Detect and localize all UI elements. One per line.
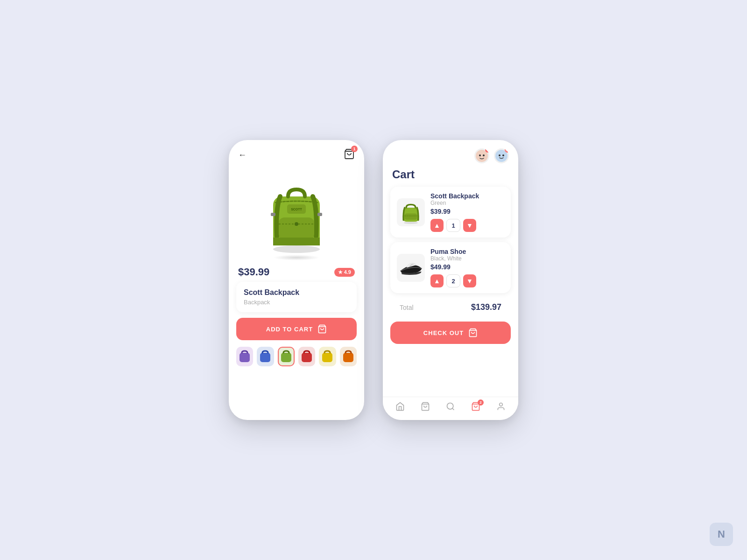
back-button[interactable]: ← xyxy=(238,150,247,160)
thumb-icon-purple xyxy=(237,349,252,364)
svg-line-34 xyxy=(452,408,454,410)
thumb-icon-green xyxy=(279,349,294,364)
shoe-qty-decrease[interactable]: ▼ xyxy=(463,274,476,287)
product-name: Scott Backpack xyxy=(244,288,349,297)
svg-rect-13 xyxy=(260,353,270,362)
cart-badge: 1 xyxy=(351,146,358,152)
thumb-green[interactable] xyxy=(278,347,295,366)
rating-badge: ★ 4.9 xyxy=(334,268,355,277)
cart-item-shoe-name: Puma Shoe xyxy=(430,248,504,255)
product-detail-header: ← 1 xyxy=(229,140,364,166)
cart-item-shoe-thumb xyxy=(397,254,425,282)
add-to-cart-button[interactable]: ADD TO CART xyxy=(236,318,357,340)
cart-icon-button[interactable]: 1 xyxy=(344,148,355,161)
thumb-icon-orange xyxy=(341,349,356,364)
svg-point-5 xyxy=(295,222,298,226)
rating-value: ★ 4.9 xyxy=(338,269,351,275)
backpack-qty-decrease[interactable]: ▼ xyxy=(463,219,476,232)
avatar-button-1[interactable]: 1 xyxy=(474,148,489,163)
cart-nav-badge: 2 xyxy=(478,399,484,406)
svg-point-19 xyxy=(479,154,481,156)
svg-rect-9 xyxy=(317,213,322,216)
total-label: Total xyxy=(400,304,414,311)
cart-phone: 1 9+ Cart xyxy=(383,140,518,420)
total-value: $139.97 xyxy=(471,302,501,312)
cart-backpack-icon xyxy=(399,201,423,224)
svg-rect-3 xyxy=(279,217,314,240)
avatar-badge-1: 1 xyxy=(485,148,489,153)
avatar-badge-2: 9+ xyxy=(505,148,509,153)
product-detail-phone: ← 1 xyxy=(229,140,364,420)
product-category: Backpack xyxy=(244,299,349,306)
backpack-qty-controls: ▲ 1 ▼ xyxy=(430,219,504,232)
profile-icon xyxy=(496,402,506,411)
cart-header: 1 9+ xyxy=(383,140,518,168)
shoe-qty-controls: ▲ 2 ▼ xyxy=(430,274,504,287)
checkout-cart-icon xyxy=(468,328,478,337)
thumb-purple[interactable] xyxy=(236,347,253,366)
svg-line-30 xyxy=(411,264,413,265)
thumb-blue[interactable] xyxy=(257,347,274,366)
bag-icon xyxy=(421,402,430,411)
svg-rect-8 xyxy=(271,213,275,216)
search-icon xyxy=(446,402,455,411)
checkout-button[interactable]: CHECK OUT xyxy=(390,322,511,344)
nav-home[interactable] xyxy=(395,402,405,413)
shoe-qty-value: 2 xyxy=(446,274,460,287)
cart-item-backpack-name: Scott Backpack xyxy=(430,192,504,200)
home-icon xyxy=(395,402,405,411)
backpack-qty-increase[interactable]: ▲ xyxy=(430,219,444,232)
product-info-card: Scott Backpack Backpack xyxy=(236,282,357,312)
checkout-label: CHECK OUT xyxy=(423,329,464,336)
avatar-button-2[interactable]: 9+ xyxy=(494,148,509,163)
svg-rect-26 xyxy=(405,213,417,219)
price-rating-row: $39.99 ★ 4.9 xyxy=(229,260,364,282)
total-row: Total $139.97 xyxy=(390,298,511,317)
phones-container: ← 1 xyxy=(229,140,518,420)
svg-point-23 xyxy=(502,154,504,156)
thumb-icon-yellow xyxy=(320,349,335,364)
thumb-red[interactable] xyxy=(298,347,315,366)
svg-text:SCOTT: SCOTT xyxy=(291,208,302,211)
thumb-orange[interactable] xyxy=(340,347,357,366)
svg-rect-12 xyxy=(240,353,250,362)
cart-item-shoe: Puma Shoe Black, White $49.99 ▲ 2 ▼ xyxy=(390,242,511,293)
product-price: $39.99 xyxy=(238,266,269,278)
nav-bag[interactable] xyxy=(421,402,430,413)
svg-point-1 xyxy=(273,245,320,253)
cart-item-shoe-info: Puma Shoe Black, White $49.99 ▲ 2 ▼ xyxy=(430,248,504,287)
thumb-icon-red xyxy=(299,349,314,364)
cart-item-shoe-price: $49.99 xyxy=(430,263,504,271)
backpack-svg: SCOTT xyxy=(259,171,334,255)
cart-item-shoe-color: Black, White xyxy=(430,255,504,262)
cart-content: 1 9+ Cart xyxy=(383,140,518,420)
nav-profile[interactable] xyxy=(496,402,506,413)
svg-point-36 xyxy=(500,403,503,406)
product-image-area: SCOTT xyxy=(229,166,364,259)
svg-point-33 xyxy=(447,403,453,409)
thumb-yellow[interactable] xyxy=(319,347,336,366)
cart-shoe-icon xyxy=(398,255,424,280)
svg-point-24 xyxy=(404,222,418,224)
cart-title: Cart xyxy=(383,168,518,187)
cart-item-backpack: Scott Backpack Green $39.99 ▲ 1 ▼ xyxy=(390,187,511,238)
watermark: N xyxy=(710,523,733,546)
svg-rect-10 xyxy=(273,238,320,245)
backpack-qty-value: 1 xyxy=(446,219,460,232)
thumbnails-row xyxy=(229,347,364,366)
svg-point-22 xyxy=(499,154,500,156)
product-image: SCOTT xyxy=(259,171,334,255)
right-bottom-nav: 2 xyxy=(383,397,518,420)
svg-rect-16 xyxy=(322,353,332,362)
cart-item-backpack-thumb xyxy=(397,198,425,226)
nav-search[interactable] xyxy=(446,402,455,413)
cart-item-backpack-info: Scott Backpack Green $39.99 ▲ 1 ▼ xyxy=(430,192,504,232)
svg-rect-14 xyxy=(281,353,291,362)
cart-item-backpack-price: $39.99 xyxy=(430,208,504,215)
nav-cart[interactable]: 2 xyxy=(471,402,480,413)
svg-point-20 xyxy=(483,154,485,156)
shoe-qty-increase[interactable]: ▲ xyxy=(430,274,444,287)
cart-item-backpack-color: Green xyxy=(430,200,504,206)
svg-rect-17 xyxy=(343,353,353,362)
thumb-icon-blue xyxy=(258,349,273,364)
